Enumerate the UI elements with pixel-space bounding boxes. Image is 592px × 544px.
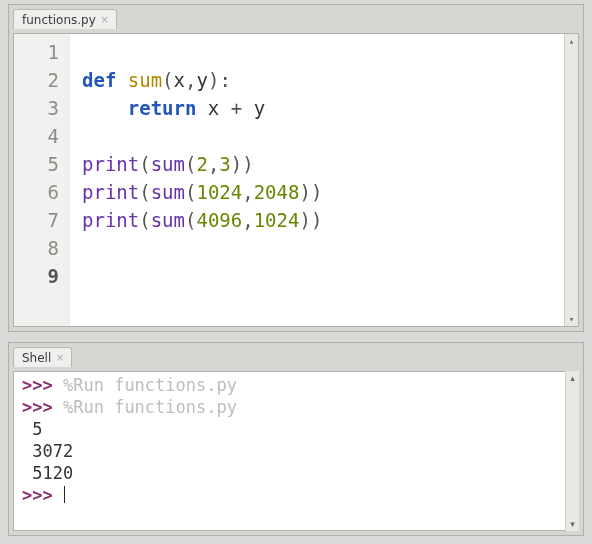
editor-scrollbar[interactable]: ▴ ▾ <box>564 34 578 326</box>
line-number: 6 <box>14 178 69 206</box>
code-area[interactable]: def sum(x,y): return x + y print(sum(2,3… <box>70 34 578 326</box>
line-number-gutter: 1 2 3 4 5 6 7 8 9 <box>14 34 70 326</box>
line-number: 5 <box>14 150 69 178</box>
code-line: print(sum(4096,1024)) <box>82 209 322 231</box>
editor-tabbar: functions.py × <box>9 5 583 29</box>
code-line: print(sum(1024,2048)) <box>82 181 322 203</box>
code-line: def sum(x,y): <box>82 69 231 91</box>
tab-close-icon[interactable]: × <box>100 15 110 25</box>
shell-body[interactable]: >>> %Run functions.py >>> %Run functions… <box>13 371 579 531</box>
scroll-down-icon[interactable]: ▾ <box>566 517 579 531</box>
code-line: return x + y <box>82 97 265 119</box>
shell-line: >>> %Run functions.py <box>22 375 237 395</box>
code-line: print(sum(2,3)) <box>82 153 254 175</box>
scroll-up-icon[interactable]: ▴ <box>565 34 578 48</box>
tab-label: functions.py <box>22 13 96 27</box>
caret-icon <box>64 486 65 503</box>
line-number: 2 <box>14 66 69 94</box>
line-number-current: 9 <box>14 262 69 290</box>
tab-functions-py[interactable]: functions.py × <box>13 9 117 29</box>
line-number: 3 <box>14 94 69 122</box>
shell-scrollbar[interactable]: ▴ ▾ <box>565 371 579 531</box>
tab-shell[interactable]: Shell × <box>13 347 72 367</box>
shell-panel: Shell × >>> %Run functions.py >>> %Run f… <box>8 342 584 536</box>
shell-line: >>> %Run functions.py <box>22 397 237 417</box>
scroll-down-icon[interactable]: ▾ <box>565 312 578 326</box>
line-number: 4 <box>14 122 69 150</box>
shell-output: 3072 <box>22 441 73 461</box>
tab-label: Shell <box>22 351 51 365</box>
editor-body: 1 2 3 4 5 6 7 8 9 def sum(x,y): return x… <box>13 33 579 327</box>
shell-prompt-line: >>> <box>22 485 65 505</box>
shell-output: 5 <box>22 419 43 439</box>
tab-close-icon[interactable]: × <box>55 353 65 363</box>
scroll-up-icon[interactable]: ▴ <box>566 371 579 385</box>
shell-tabbar: Shell × <box>9 343 583 367</box>
line-number: 1 <box>14 38 69 66</box>
shell-output: 5120 <box>22 463 73 483</box>
line-number: 8 <box>14 234 69 262</box>
editor-panel: functions.py × 1 2 3 4 5 6 7 8 9 def sum… <box>8 4 584 332</box>
line-number: 7 <box>14 206 69 234</box>
